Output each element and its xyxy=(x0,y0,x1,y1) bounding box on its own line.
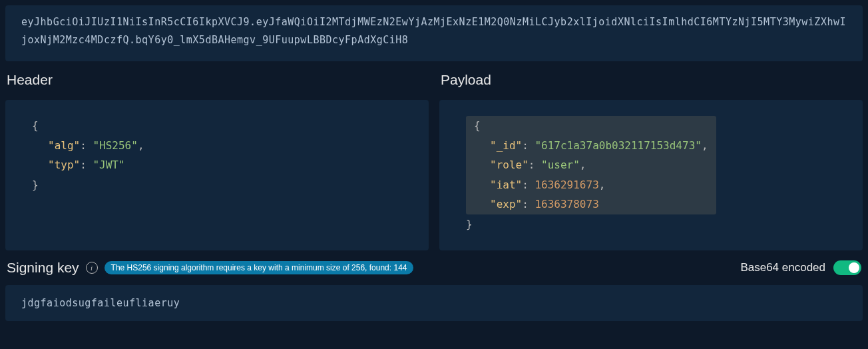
json-number: 1636378073 xyxy=(535,198,598,210)
base64-toggle-label: Base64 encoded xyxy=(740,261,825,274)
json-key: "role" xyxy=(490,159,529,171)
colon: : xyxy=(522,178,535,191)
payload-section-title: Payload xyxy=(439,72,863,88)
json-key: "exp" xyxy=(490,198,522,210)
json-key: "_id" xyxy=(490,139,522,152)
json-string: "617c1a37a0b032117153d473" xyxy=(535,139,701,152)
brace-close: } xyxy=(32,178,39,191)
payload-code-box[interactable]: { "_id": "617c1a37a0b032117153d473", "ro… xyxy=(439,100,863,250)
comma: , xyxy=(138,139,144,152)
info-icon[interactable]: i xyxy=(86,262,98,274)
header-section-title: Header xyxy=(5,72,429,88)
json-key: "alg" xyxy=(48,139,80,152)
colon: : xyxy=(529,159,541,171)
json-number: 1636291673 xyxy=(535,178,598,191)
comma: , xyxy=(599,178,606,191)
brace-close: } xyxy=(466,218,473,230)
signing-key-title: Signing key xyxy=(7,260,79,276)
colon: : xyxy=(80,159,93,171)
signing-key-input[interactable]: jdgfaiodsugfaileufliaeruy xyxy=(5,285,863,321)
colon: : xyxy=(80,139,93,152)
signing-warning-badge: The HS256 signing algorithm requires a k… xyxy=(105,261,414,274)
json-string: "JWT" xyxy=(93,159,124,171)
brace-open: { xyxy=(32,119,39,132)
header-code-box[interactable]: { "alg": "HS256", "typ": "JWT" } xyxy=(5,100,429,250)
jwt-token-display[interactable]: eyJhbGciOiJIUzI1NiIsInR5cCI6IkpXVCJ9.eyJ… xyxy=(5,5,863,61)
comma: , xyxy=(580,159,586,171)
json-key: "typ" xyxy=(48,159,80,171)
json-string: "user" xyxy=(541,159,580,171)
comma: , xyxy=(702,139,708,152)
colon: : xyxy=(522,139,535,152)
json-key: "iat" xyxy=(490,178,522,191)
payload-highlight: { "_id": "617c1a37a0b032117153d473", "ro… xyxy=(466,116,716,214)
json-string: "HS256" xyxy=(93,139,137,152)
brace-open: { xyxy=(474,119,481,132)
toggle-knob xyxy=(849,262,859,273)
base64-toggle[interactable] xyxy=(833,260,861,275)
colon: : xyxy=(522,198,535,210)
